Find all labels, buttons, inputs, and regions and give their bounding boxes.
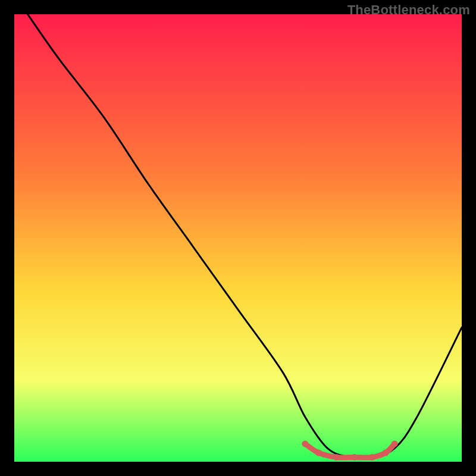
plot-area xyxy=(14,14,462,462)
watermark-label: TheBottleneck.com xyxy=(347,2,470,18)
optimal-dot xyxy=(369,454,375,461)
optimal-dot xyxy=(302,440,308,447)
chart-frame: TheBottleneck.com xyxy=(0,0,476,476)
optimal-dot xyxy=(333,454,340,461)
bottleneck-chart xyxy=(14,14,462,462)
optimal-dot xyxy=(315,449,322,456)
optimal-dot xyxy=(392,440,398,447)
gradient-background xyxy=(14,14,462,462)
optimal-dot xyxy=(383,449,389,456)
optimal-dot xyxy=(351,454,358,461)
